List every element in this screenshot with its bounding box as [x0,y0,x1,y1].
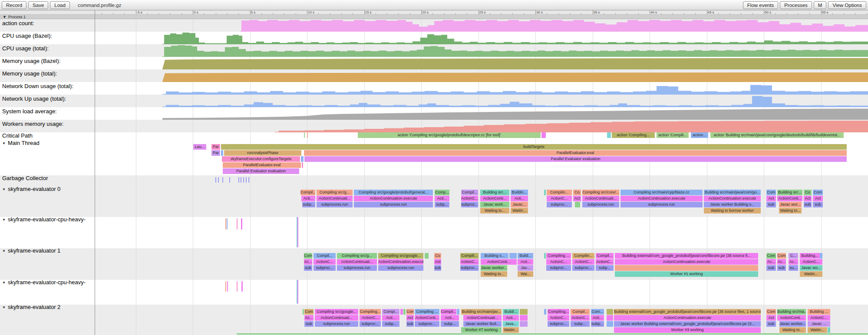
skyframe-evaluator-0-slice[interactable]: ActionContinuation.execute [354,196,433,201]
memory-usage-bazel-chart[interactable] [0,57,868,69]
row-label-main-thread[interactable]: ▼Main Thread [0,140,40,146]
skyframe-evaluator-1-slice[interactable]: subp... [596,265,614,271]
skyframe-evaluator-2-slice[interactable]: ActionContinuati... [315,315,358,321]
critical-path-slice[interactable] [304,132,305,138]
garbage-collector-slice[interactable] [222,177,223,183]
skyframe-evaluator-0-slice[interactable]: Com [813,190,823,195]
skyframe-evaluator-0-slice[interactable]: Building src... [777,190,802,195]
skyframe-evaluator-2-slice[interactable] [400,309,403,315]
critical-path-slice[interactable]: action 'Compiling... [612,132,655,138]
skyframe-evaluator-2-slice[interactable]: Buildi... [503,309,519,315]
skyframe-evaluator-2-slice[interactable]: Acti... [591,315,604,321]
skyframe-evaluator-1-slice[interactable] [425,253,429,259]
skyframe-evaluator-2-slice[interactable]: Compiling ... [415,309,439,315]
skyframe-evaluator-0-slice[interactable]: ActionContinuati... [582,196,619,201]
skyframe-evaluator-1-slice[interactable]: sub [304,265,312,271]
skyframe-evaluator-0-slice[interactable]: Compiling src/core/... [582,190,619,195]
skyframe-evaluator-2-slice[interactable]: Worker #3 working [614,327,761,333]
skyframe-evaluator-1-slice[interactable] [544,253,546,259]
skyframe-evaluator-0-slice[interactable]: Javac... [511,202,528,207]
skyframe-evaluator-cpu-heavy-1-slice[interactable] [297,217,298,247]
skyframe-evaluator-0-slice[interactable]: ActionConti... [777,196,802,201]
skyframe-evaluator-2-slice[interactable] [607,309,613,315]
main-thread-slice[interactable] [302,162,303,168]
skyframe-evaluator-2-slice[interactable] [403,309,406,315]
skyframe-evaluator-1-slice[interactable]: Ac... [789,259,798,265]
skyframe-evaluator-1-slice[interactable]: Worker #1 working [615,271,758,277]
skyframe-evaluator-1-slice[interactable]: Build... [518,253,533,259]
skyframe-evaluator-2-slice[interactable]: Act [766,315,776,321]
skyframe-evaluator-2-slice[interactable]: subp... [591,321,604,327]
garbage-collector-slice[interactable] [243,177,244,183]
skyframe-evaluator-cpu-heavy-1-slice[interactable] [225,218,226,230]
skyframe-evaluator-2-slice[interactable]: Building src/ma... [777,309,806,315]
load-button[interactable]: Load [50,1,70,9]
skyframe-evaluator-0-slice[interactable]: Compilin... [547,190,572,195]
skyframe-evaluator-0-slice[interactable]: subprocess.run [354,202,433,207]
skyframe-evaluator-1-slice[interactable] [509,253,517,259]
skyframe-evaluator-2-slice[interactable]: Building src/main/jav... [461,309,502,315]
main-thread-slice[interactable]: skyframeExecutor.configureTargets [222,156,300,162]
skyframe-evaluator-1-slice[interactable]: ActionC... [460,259,479,265]
process-header[interactable]: ▼ Process 1 [0,15,868,19]
workers-memory-usage-chart[interactable] [0,120,868,132]
skyframe-evaluator-1-slice[interactable] [820,253,822,259]
skyframe-evaluator-2-slice[interactable]: Com [766,309,776,315]
record-button[interactable]: Record [2,1,26,9]
skyframe-evaluator-0-slice[interactable]: Buildin... [511,190,528,195]
skyframe-evaluator-0-slice[interactable]: subprocess.run [317,202,353,207]
skyframe-evaluator-0-slice[interactable]: Act [766,196,776,201]
main-thread-slice[interactable]: ParallelEvaluator.eval [223,162,301,168]
skyframe-evaluator-cpu-heavy-2-slice[interactable] [227,281,228,292]
skyframe-evaluator-1-slice[interactable] [615,265,758,271]
skyframe-evaluator-1-slice[interactable]: Compili... [460,253,479,259]
main-thread-slice[interactable]: Par [211,144,220,150]
garbage-collector-slice[interactable] [218,177,219,183]
skyframe-evaluator-0-slice[interactable]: Acti... [511,196,528,201]
metadata-button[interactable]: M [814,1,827,9]
skyframe-evaluator-cpu-heavy-2-slice[interactable] [237,281,238,292]
memory-usage-total-chart[interactable] [0,69,868,82]
skyframe-evaluator-1-slice[interactable]: Compiling src/google... [378,253,423,259]
skyframe-evaluator-2-slice[interactable] [607,321,613,327]
skyframe-evaluator-2-slice[interactable]: subproc... [415,321,439,327]
skyframe-evaluator-2-slice[interactable]: Com... [591,309,604,315]
skyframe-evaluator-1-slice[interactable]: Com [777,253,786,259]
skyframe-evaluator-1-slice[interactable]: Building external/com_google_protobuf/ja… [615,253,758,259]
skyframe-evaluator-0-slice[interactable]: Act [573,196,581,201]
network-down-usage-chart[interactable] [0,82,868,95]
skyframe-evaluator-1-slice[interactable]: subprocess.run [337,265,377,271]
skyframe-evaluator-2-slice[interactable]: ActionConti... [415,315,439,321]
garbage-collector-slice[interactable] [238,177,239,183]
skyframe-evaluator-0-slice[interactable] [544,190,546,195]
skyframe-evaluator-2-slice[interactable] [520,321,528,327]
skyframe-evaluator-0-slice[interactable]: Com [766,190,776,195]
skyframe-evaluator-2-slice[interactable]: Compiling src/google... [315,309,358,315]
skyframe-evaluator-1-slice[interactable]: Javac wo... [800,265,822,271]
skyframe-evaluator-2-slice[interactable]: Javac ... [808,321,830,327]
skyframe-evaluator-2-slice[interactable]: Acti... [503,315,519,321]
view-options-button[interactable]: View Options [828,1,866,9]
garbage-collector-slice[interactable] [246,177,247,183]
skyframe-evaluator-0-slice[interactable]: subp... [302,202,315,207]
skyframe-evaluator-0-slice[interactable]: Waitin... [511,208,528,213]
skyframe-evaluator-1-slice[interactable]: Building s... [481,253,508,259]
skyframe-evaluator-1-slice[interactable]: Javac worker... [481,265,507,271]
skyframe-evaluator-1-slice[interactable]: Jav... [518,265,533,271]
skyframe-evaluator-cpu-heavy-1-slice[interactable] [237,218,238,230]
skyframe-evaluator-0-slice[interactable]: ActionC... [547,196,572,201]
skyframe-evaluator-0-slice[interactable]: Comp... [435,190,449,195]
skyframe-evaluator-2-slice[interactable]: Com [304,309,314,315]
skyframe-evaluator-2-slice[interactable]: ActionC... [548,315,569,321]
skyframe-evaluator-1-slice[interactable]: ActionConti... [481,259,517,265]
skyframe-evaluator-2-slice[interactable]: Compiling... [360,309,381,315]
save-button[interactable]: Save [28,1,48,9]
main-thread-slice[interactable]: runAnalysisPhase [224,150,301,156]
skyframe-evaluator-0-slice[interactable]: Compil... [461,190,478,195]
skyframe-evaluator-1-slice[interactable]: sub [766,265,776,271]
skyframe-evaluator-2-slice[interactable]: subprocess.run [315,321,358,327]
skyframe-evaluator-2-slice[interactable]: Building external/com_google_protobuf/ja… [614,309,761,315]
skyframe-evaluator-1-slice[interactable]: Act [434,259,441,265]
skyframe-evaluator-2-slice[interactable]: Waiting to... [779,327,806,333]
skyframe-evaluator-1-slice[interactable]: subprocess.run [378,265,423,271]
